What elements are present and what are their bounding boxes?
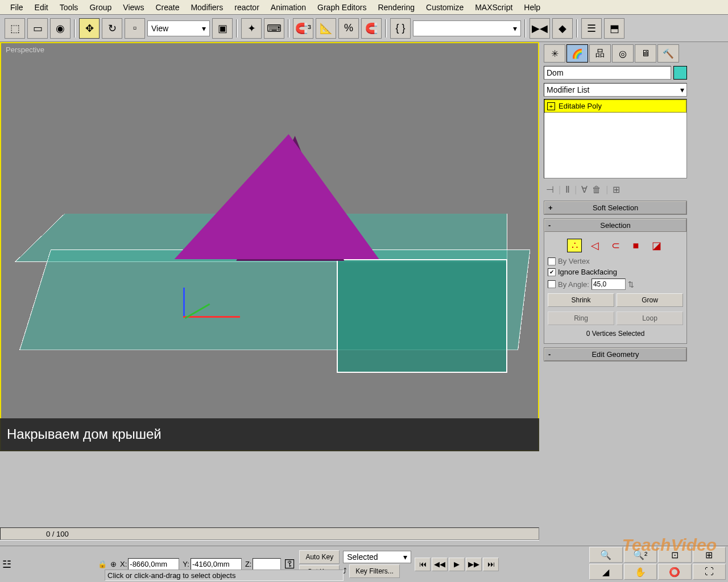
scene-3d	[18, 100, 519, 418]
command-panel: ✳ 🌈 品 ◎ 🖥 🔨 Modifier List▾ +Editable Pol…	[541, 42, 689, 497]
tab-display-icon[interactable]: 🖥	[635, 44, 656, 63]
stack-item-editable-poly[interactable]: +Editable Poly	[544, 99, 686, 113]
snap-angle-icon[interactable]: 📐	[316, 18, 336, 39]
prompt-line: Click or click-and-drag to select object…	[105, 569, 344, 581]
menu-views[interactable]: Views	[117, 1, 150, 14]
scale-icon[interactable]: ▫	[125, 18, 145, 39]
tab-hierarchy-icon[interactable]: 品	[589, 44, 611, 63]
pin-stack-icon[interactable]: ⊣	[546, 184, 554, 195]
snap-spinner-icon[interactable]: 🧲	[361, 18, 382, 39]
remove-modifier-icon[interactable]: 🗑	[592, 185, 601, 195]
show-end-result-icon[interactable]: Ⅱ	[565, 184, 570, 195]
y-input[interactable]	[191, 558, 242, 571]
x-label: X:	[120, 560, 127, 568]
by-angle-input[interactable]	[592, 278, 626, 290]
menu-reactor[interactable]: reactor	[229, 1, 265, 14]
ignore-backfacing-checkbox[interactable]: ✔	[548, 268, 556, 276]
select-region-icon[interactable]: ▭	[27, 18, 48, 39]
select-icon[interactable]: ⬚	[5, 18, 25, 39]
tab-create-icon[interactable]: ✳	[544, 44, 565, 63]
tab-utilities-icon[interactable]: 🔨	[657, 44, 679, 63]
key-filter-selected-dropdown[interactable]: Selected▾	[343, 551, 411, 563]
prev-frame-icon[interactable]: ◀◀	[432, 558, 448, 571]
rollout-selection[interactable]: -Selection	[544, 219, 686, 232]
menu-tools[interactable]: Tools	[54, 1, 84, 14]
min-max-toggle-icon[interactable]: ⛶	[693, 564, 726, 580]
video-caption: Накрываем дом крышей	[0, 418, 539, 451]
layers-icon[interactable]: ☰	[581, 18, 602, 39]
menu-edit[interactable]: Edit	[29, 1, 54, 14]
make-unique-icon[interactable]: ∀	[581, 184, 588, 195]
transform-gizmo[interactable]	[166, 288, 200, 322]
menu-file[interactable]: File	[5, 1, 29, 14]
menu-maxscript[interactable]: MAXScript	[469, 1, 518, 14]
ref-coord-dropdown[interactable]: View▾	[147, 20, 210, 36]
shrink-button[interactable]: Shrink	[548, 293, 614, 307]
pan-icon[interactable]: ✋	[624, 564, 657, 580]
key-filters-button[interactable]: Key Filters...	[349, 564, 400, 578]
tab-modify-icon[interactable]: 🌈	[566, 44, 588, 63]
object-name-input[interactable]	[544, 66, 671, 80]
by-angle-checkbox[interactable]	[548, 280, 556, 288]
menu-create[interactable]: Create	[150, 1, 185, 14]
menu-graph-editors[interactable]: Graph Editors	[312, 1, 372, 14]
subobj-edge-icon[interactable]: ◁	[588, 239, 602, 252]
subobj-vertex-icon[interactable]: ∴	[567, 239, 582, 252]
by-vertex-checkbox[interactable]	[548, 257, 556, 265]
select-object-icon[interactable]: ◉	[50, 18, 71, 39]
goto-end-icon[interactable]: ⏭	[483, 558, 499, 571]
menu-customize[interactable]: Customize	[420, 1, 469, 14]
spinner-icon[interactable]: ⇅	[628, 280, 634, 289]
pivot-icon[interactable]: ▣	[212, 18, 233, 39]
modifier-list-dropdown[interactable]: Modifier List▾	[544, 83, 687, 97]
curve-editor-icon[interactable]: ⬒	[604, 18, 624, 39]
mirror-icon[interactable]: ▶◀	[530, 18, 550, 39]
menu-group[interactable]: Group	[84, 1, 117, 14]
loop-button: Loop	[617, 311, 683, 325]
fov-icon[interactable]: ◢	[589, 564, 623, 580]
grow-button[interactable]: Grow	[617, 293, 683, 307]
lock-icon[interactable]: 🔒	[98, 560, 107, 568]
maxscript-mini-icon[interactable]: ☳	[2, 558, 11, 571]
subobj-element-icon[interactable]: ◪	[649, 239, 664, 252]
object-color-swatch[interactable]	[673, 66, 687, 80]
key-tangent-icon[interactable]: ⤴	[343, 567, 347, 575]
z-input[interactable]	[253, 558, 281, 571]
watermark: TeachVideo	[622, 535, 717, 555]
auto-key-button[interactable]: Auto Key	[299, 550, 340, 564]
subobj-polygon-icon[interactable]: ■	[628, 239, 643, 252]
configure-sets-icon[interactable]: ⊞	[613, 184, 620, 195]
frame-counter: 0 / 100	[0, 527, 539, 540]
goto-start-icon[interactable]: ⏮	[415, 558, 431, 571]
modifier-stack[interactable]: +Editable Poly	[544, 99, 687, 178]
by-vertex-label: By Vertex	[558, 257, 590, 265]
keyboard-icon[interactable]: ⌨	[264, 18, 284, 39]
manipulate-icon[interactable]: ✦	[241, 18, 262, 39]
align-icon[interactable]: ◆	[552, 18, 573, 39]
by-angle-label: By Angle:	[558, 280, 589, 289]
key-mode-icon[interactable]: ⚿	[284, 558, 296, 571]
menu-animation[interactable]: Animation	[265, 1, 312, 14]
abs-rel-icon[interactable]: ⊕	[110, 560, 117, 568]
subobj-border-icon[interactable]: ⊂	[608, 239, 623, 252]
x-input[interactable]	[128, 558, 179, 571]
rollout-edit-geometry[interactable]: -Edit Geometry	[544, 348, 686, 361]
zoom-icon[interactable]: 🔍	[589, 547, 623, 563]
move-icon[interactable]: ✥	[79, 18, 100, 39]
rollout-soft-selection[interactable]: +Soft Selection	[544, 201, 686, 214]
rotate-icon[interactable]: ↻	[102, 18, 122, 39]
next-frame-icon[interactable]: ▶▶	[466, 558, 482, 571]
named-selection-dropdown[interactable]: ▾	[413, 20, 521, 36]
viewport-perspective[interactable]: Perspective	[0, 42, 539, 451]
tab-motion-icon[interactable]: ◎	[612, 44, 634, 63]
arc-rotate-icon[interactable]: ⭕	[658, 564, 692, 580]
z-label: Z:	[245, 560, 252, 568]
main-toolbar: ⬚ ▭ ◉ ✥ ↻ ▫ View▾ ▣ ✦ ⌨ 🧲³ 📐 % 🧲 { } ▾ ▶…	[0, 15, 728, 42]
menu-modifiers[interactable]: Modifiers	[185, 1, 229, 14]
play-icon[interactable]: ▶	[449, 558, 465, 571]
snap-percent-icon[interactable]: %	[338, 18, 359, 39]
menu-rendering[interactable]: Rendering	[372, 1, 420, 14]
named-selection-icon[interactable]: { }	[390, 18, 411, 39]
menu-help[interactable]: Help	[518, 1, 546, 14]
snap-3d-icon[interactable]: 🧲³	[293, 18, 313, 39]
